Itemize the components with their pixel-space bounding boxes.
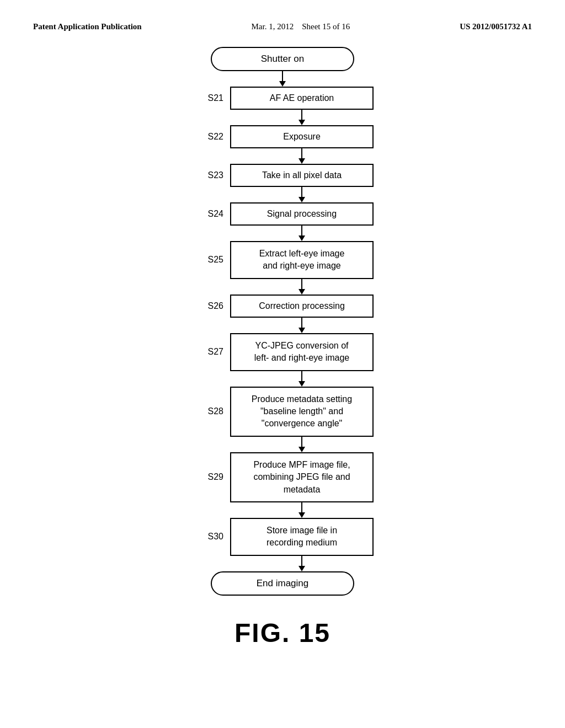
end-label: End imaging: [257, 578, 309, 588]
step-label-s30: S30: [191, 532, 230, 542]
flow-item-s23: S23 Take in all pixel data: [191, 164, 374, 187]
end-node: End imaging: [211, 571, 354, 596]
flow-item-s27: S27 YC-JPEG conversion ofleft- and right…: [191, 333, 374, 371]
start-node: Shutter on: [211, 47, 354, 71]
arrow-s28: [299, 437, 305, 452]
step-label-s29: S29: [191, 472, 230, 482]
patent-text: US 2012/0051732 A1: [460, 22, 532, 31]
step-box-s28: Produce metadata setting"baseline length…: [230, 387, 374, 437]
flow-item-s29: S29 Produce MPF image file,combining JPE…: [191, 452, 374, 502]
step-label-s27: S27: [191, 347, 230, 357]
step-box-s25: Extract left-eye imageand right-eye imag…: [230, 241, 374, 279]
arrow-s23: [299, 187, 305, 202]
publication-label: Patent Application Publication: [33, 22, 142, 31]
flow-item-s21: S21 AF AE operation: [191, 87, 374, 110]
figure-label: FIG. 15: [0, 618, 565, 648]
arrow-s22: [299, 148, 305, 164]
flow-item-s30: S30 Store image file inrecording medium: [191, 518, 374, 556]
step-label-s28: S28: [191, 406, 230, 416]
arrow-s24: [299, 226, 305, 241]
arrow-s27: [299, 371, 305, 387]
step-box-s27: YC-JPEG conversion ofleft- and right-eye…: [230, 333, 374, 371]
step-label-s26: S26: [191, 301, 230, 311]
step-label-s21: S21: [191, 93, 230, 103]
flow-item-s24: S24 Signal processing: [191, 202, 374, 226]
publication-text: Patent Application Publication: [33, 22, 142, 31]
patent-number: US 2012/0051732 A1: [460, 22, 532, 31]
header-center: Mar. 1, 2012 Sheet 15 of 16: [252, 22, 350, 31]
step-box-s29: Produce MPF image file,combining JPEG fi…: [230, 452, 374, 502]
flow-item-s26: S26 Correction processing: [191, 295, 374, 318]
flow-item-s28: S28 Produce metadata setting"baseline le…: [191, 387, 374, 437]
arrow-0: [279, 71, 286, 87]
step-box-s23: Take in all pixel data: [230, 164, 374, 187]
step-box-s24: Signal processing: [230, 202, 374, 226]
step-box-s22: Exposure: [230, 125, 374, 148]
step-box-s30: Store image file inrecording medium: [230, 518, 374, 556]
sheet-text: Sheet 15 of 16: [302, 22, 350, 31]
step-box-s26: Correction processing: [230, 295, 374, 318]
arrow-s21: [299, 110, 305, 125]
start-label: Shutter on: [261, 53, 304, 64]
step-label-s24: S24: [191, 209, 230, 219]
flow-item-s25: S25 Extract left-eye imageand right-eye …: [191, 241, 374, 279]
flow-item-s22: S22 Exposure: [191, 125, 374, 148]
arrow-s30: [299, 556, 305, 571]
step-label-s25: S25: [191, 255, 230, 265]
arrow-s25: [299, 279, 305, 295]
step-label-s23: S23: [191, 170, 230, 180]
arrow-s29: [299, 502, 305, 518]
figure-label-text: FIG. 15: [234, 618, 331, 647]
page-header: Patent Application Publication Mar. 1, 2…: [0, 0, 565, 31]
arrow-s26: [299, 318, 305, 333]
step-label-s22: S22: [191, 132, 230, 142]
step-box-s21: AF AE operation: [230, 87, 374, 110]
date-text: Mar. 1, 2012: [252, 22, 294, 31]
